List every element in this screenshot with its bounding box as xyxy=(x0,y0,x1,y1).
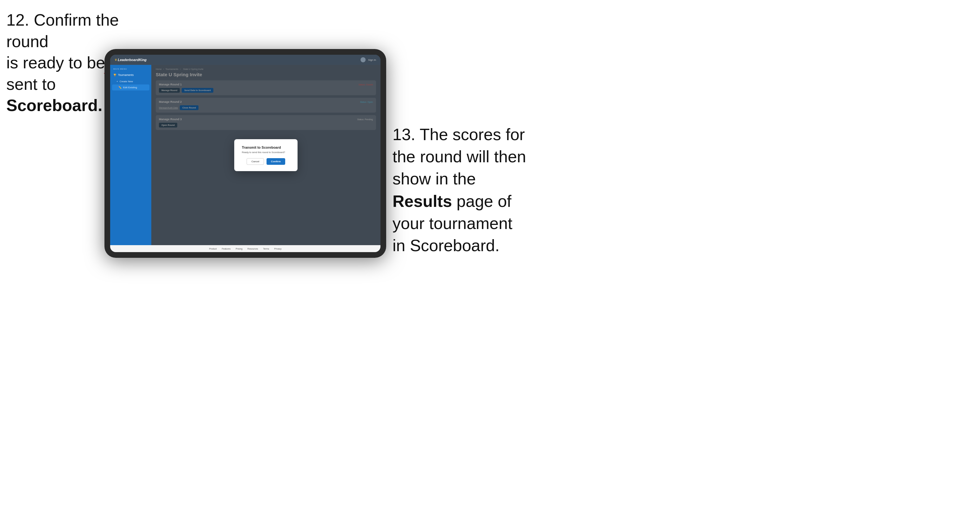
create-new-label: Create New xyxy=(120,80,133,83)
footer-features[interactable]: Features xyxy=(222,248,231,250)
modal-subtitle: Ready to send this round to Scoreboard? xyxy=(242,151,290,154)
instruction-right: 13. The scores for the round will then s… xyxy=(393,123,526,257)
avatar xyxy=(361,57,366,62)
sidebar-menu-label: MAIN MENU xyxy=(110,68,151,71)
modal-title: Transmit to Scoreboard xyxy=(242,146,290,149)
instruction-line3: Scoreboard. xyxy=(6,96,102,114)
main-content: Home › Tournaments › State U Spring Invi… xyxy=(151,65,380,245)
instruction-right-line4rest: page of xyxy=(452,192,512,210)
sign-in-link[interactable]: Sign In xyxy=(368,59,376,61)
sidebar: MAIN MENU 🏆 Tournaments + Create New ✏️ … xyxy=(110,65,151,245)
sidebar-item-create-new[interactable]: + Create New xyxy=(110,78,151,84)
trophy-icon: 🏆 xyxy=(113,74,116,76)
instruction-line2: is ready to be sent to xyxy=(6,54,105,93)
plus-icon: + xyxy=(116,80,118,83)
tablet-device: ♛ LeaderboardKing Sign In MAIN MENU 🏆 To… xyxy=(105,49,386,258)
top-nav: ♛ LeaderboardKing Sign In xyxy=(110,55,380,65)
instruction-right-line1: 13. The scores for xyxy=(393,125,525,144)
footer-privacy[interactable]: Privacy xyxy=(274,248,282,250)
main-layout: MAIN MENU 🏆 Tournaments + Create New ✏️ … xyxy=(110,65,380,245)
instruction-right-line6: in Scoreboard. xyxy=(393,236,500,255)
modal-confirm-button[interactable]: Confirm xyxy=(267,158,285,165)
edit-icon: ✏️ xyxy=(118,86,122,89)
logo-text: LeaderboardKing xyxy=(118,58,146,62)
footer-product[interactable]: Product xyxy=(209,248,217,250)
sidebar-tournaments-label: Tournaments xyxy=(118,73,134,76)
instruction-right-line3: show in the xyxy=(393,170,476,188)
logo-crown-icon: ♛ xyxy=(115,58,117,61)
footer-pricing[interactable]: Pricing xyxy=(235,248,242,250)
instruction-line1: 12. Confirm the round xyxy=(6,11,119,51)
modal-box: Transmit to Scoreboard Ready to send thi… xyxy=(234,139,298,171)
edit-existing-label: Edit Existing xyxy=(123,86,137,89)
logo: ♛ LeaderboardKing xyxy=(115,58,146,62)
modal-overlay: Transmit to Scoreboard Ready to send thi… xyxy=(151,65,380,245)
modal-buttons: Cancel Confirm xyxy=(242,158,290,165)
footer: Product Features Pricing Resources Terms… xyxy=(110,245,380,252)
instruction-right-bold: Results xyxy=(393,192,452,210)
nav-right: Sign In xyxy=(361,57,376,62)
footer-resources[interactable]: Resources xyxy=(248,248,258,250)
instruction-right-line5: your tournament xyxy=(393,214,512,232)
tablet-screen: ♛ LeaderboardKing Sign In MAIN MENU 🏆 To… xyxy=(110,55,380,252)
sidebar-item-edit-existing[interactable]: ✏️ Edit Existing xyxy=(112,84,150,90)
sidebar-item-tournaments[interactable]: 🏆 Tournaments xyxy=(110,71,151,78)
modal-cancel-button[interactable]: Cancel xyxy=(247,158,264,165)
instruction-right-line2: the round will then xyxy=(393,148,526,166)
footer-terms[interactable]: Terms xyxy=(263,248,269,250)
